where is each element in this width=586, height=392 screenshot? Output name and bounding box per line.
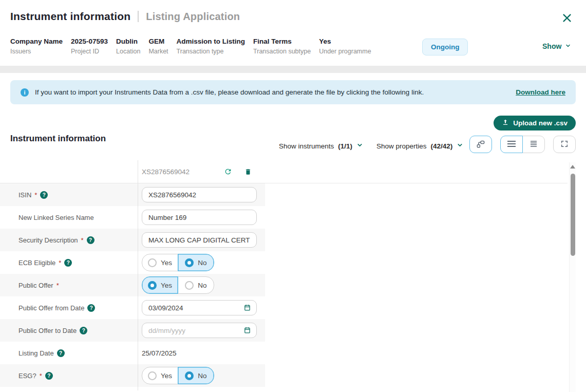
toggle-option-no[interactable]: No [178, 254, 214, 271]
scrollbar-thumb[interactable] [571, 174, 575, 256]
meta-item: 2025-07593Project ID [71, 38, 108, 55]
show-menu-button[interactable]: Show [542, 42, 571, 50]
field-label-text: Security Description [18, 236, 78, 244]
toggle-option-no[interactable]: No [178, 276, 214, 294]
info-banner: i If you want to import your Instruments… [10, 80, 576, 104]
fullscreen-icon [560, 140, 569, 150]
field-input[interactable] [142, 210, 257, 225]
meta-label: Transaction subtype [253, 48, 311, 55]
show-instruments-dropdown[interactable]: Show instruments (1/1) [279, 142, 363, 150]
info-icon: i [21, 88, 29, 97]
toggle-option-label: No [198, 372, 206, 380]
toggle-option-yes[interactable]: Yes [142, 367, 178, 384]
table-row: ESG?*?YesNo [0, 364, 265, 387]
field-label: Listing Date? [0, 349, 138, 357]
toggle-option-yes[interactable]: Yes [142, 254, 178, 271]
meta-item: GEMMarket [148, 38, 168, 55]
help-icon[interactable]: ? [40, 191, 48, 199]
radio-icon [185, 371, 194, 380]
radio-icon [148, 258, 157, 267]
yes-no-toggle: YesNo [142, 254, 214, 271]
list-density-toggle [500, 136, 545, 153]
download-here-link[interactable]: Download here [516, 88, 565, 96]
field-label: Security Description*? [0, 236, 138, 244]
chevron-down-icon [356, 142, 363, 150]
table-row: ECB Eligible*?YesNo [0, 251, 265, 274]
table-row: Security Description*? [0, 229, 265, 251]
required-asterisk: * [56, 282, 59, 289]
field-label: ESG?*? [0, 372, 138, 380]
field-label: Public Offer* [0, 282, 138, 289]
table-column-divider [138, 160, 138, 390]
compact-list-view-button[interactable] [522, 136, 545, 153]
instrument-table: XS2876569042 ISIN*?New Linked Series Nam… [0, 160, 586, 387]
page-title: Instrument information [10, 10, 130, 23]
upload-csv-button[interactable]: Upload new .csv [494, 116, 576, 130]
banner-text: If you want to import your Instruments D… [35, 88, 424, 96]
help-icon[interactable]: ? [87, 236, 94, 244]
refresh-button[interactable] [224, 167, 232, 176]
instrument-table-rows: ISIN*?New Linked Series NameSecurity Des… [0, 183, 586, 387]
meta-item: Final TermsTransaction subtype [253, 38, 311, 55]
field-input[interactable] [142, 187, 257, 202]
meta-item: Admission to ListingTransaction type [177, 38, 245, 55]
close-button[interactable] [560, 11, 574, 25]
fullscreen-button[interactable] [553, 136, 576, 153]
field-label-text: Listing Date [18, 349, 54, 357]
required-asterisk: * [40, 372, 42, 380]
meta-value: Dublin [116, 38, 140, 45]
field-label-text: New Linked Series Name [18, 214, 94, 221]
help-icon[interactable]: ? [45, 372, 53, 380]
field-cell: 25/07/2025 [138, 349, 177, 357]
show-menu-label: Show [542, 42, 561, 50]
field-input[interactable] [142, 232, 257, 248]
date-input[interactable] [142, 323, 257, 338]
field-label-text: Public Offer [18, 282, 53, 289]
date-input[interactable] [142, 300, 257, 315]
field-cell: YesNo [138, 367, 214, 384]
show-instruments-count: (1/1) [338, 142, 352, 150]
meta-value: GEM [148, 38, 168, 45]
help-icon[interactable]: ? [57, 349, 65, 357]
field-label: New Linked Series Name [0, 214, 138, 221]
toggle-option-yes[interactable]: Yes [142, 276, 178, 294]
comfortable-list-view-button[interactable] [500, 136, 523, 153]
field-label: Public Offer to Date? [0, 327, 138, 334]
toggle-option-no[interactable]: No [178, 367, 214, 384]
table-row: Public Offer to Date? [0, 319, 265, 342]
header-meta: Company NameIssuers2025-07593Project IDD… [10, 38, 371, 55]
meta-value: Final Terms [253, 38, 311, 45]
yes-no-toggle: YesNo [142, 276, 214, 294]
chevron-down-icon [457, 142, 463, 150]
help-icon[interactable]: ? [64, 259, 72, 267]
show-instruments-label: Show instruments [279, 142, 334, 150]
field-cell: YesNo [138, 276, 214, 294]
required-asterisk: * [81, 236, 84, 244]
page-subtitle: Listing Application [146, 11, 240, 23]
vertical-scrollbar[interactable] [569, 162, 576, 392]
show-properties-dropdown[interactable]: Show properties (42/42) [376, 142, 463, 150]
instrument-column-header-row: XS2876569042 [0, 160, 568, 183]
meta-value: Company Name [10, 38, 63, 45]
dense-lines-icon [530, 140, 537, 149]
radio-icon [148, 281, 157, 290]
calendar-icon [243, 326, 251, 334]
flow-view-button[interactable] [469, 136, 492, 153]
close-icon [561, 17, 573, 25]
help-icon[interactable]: ? [80, 327, 87, 334]
field-cell [138, 187, 257, 202]
section-title: Instrument information [10, 134, 106, 144]
help-icon[interactable]: ? [87, 304, 95, 312]
meta-item: YesUnder programme [319, 38, 371, 55]
meta-label: Transaction type [177, 48, 245, 55]
refresh-icon [224, 170, 232, 177]
meta-value: Admission to Listing [177, 38, 245, 45]
field-label-text: ESG? [18, 372, 36, 380]
field-label-text: ISIN [18, 191, 31, 199]
required-asterisk: * [34, 191, 37, 199]
meta-item: DublinLocation [116, 38, 140, 55]
scroll-up-arrow-icon[interactable] [570, 165, 575, 169]
field-label-text: Public Offer to Date [18, 327, 77, 334]
delete-instrument-button[interactable] [244, 168, 252, 176]
flow-view-icon [476, 139, 486, 151]
